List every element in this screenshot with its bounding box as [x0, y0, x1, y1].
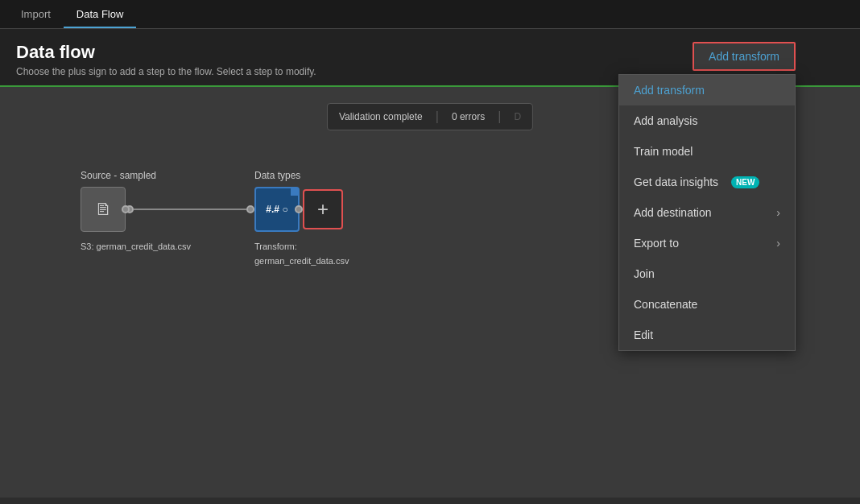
connector	[126, 205, 254, 213]
tab-import[interactable]: Import	[8, 2, 64, 28]
line-dot-right	[246, 205, 254, 213]
plus-icon: +	[317, 200, 329, 219]
divider: |	[498, 109, 501, 124]
source-sublabel: S3: german_credit_data.csv	[81, 242, 191, 251]
data-types-right-connector	[295, 205, 303, 213]
source-label: Source - sampled	[81, 170, 156, 181]
chevron-right-icon: ›	[776, 237, 780, 250]
data-types-label: Data types	[254, 170, 300, 181]
source-node-icon: 🖹	[95, 200, 111, 219]
node-badge-corner	[291, 188, 299, 196]
divider: |	[436, 109, 439, 124]
dropdown-item-add-destination[interactable]: Add destination ›	[619, 197, 795, 228]
validation-status: Validation complete	[339, 111, 423, 122]
source-node[interactable]: 🖹	[81, 187, 126, 232]
validation-extra: D	[514, 111, 521, 122]
dropdown-item-concatenate[interactable]: Concatenate	[619, 289, 795, 320]
tab-data-flow[interactable]: Data Flow	[64, 2, 137, 28]
add-step-node[interactable]: +	[303, 189, 343, 229]
dropdown-item-get-data-insights[interactable]: Get data insights NEW	[619, 167, 795, 197]
dropdown-menu: Add transform Add analysis Train model G…	[618, 74, 796, 351]
add-transform-button[interactable]: Add transform	[693, 42, 796, 71]
dropdown-item-train-model[interactable]: Train model	[619, 136, 795, 167]
dropdown-item-export-to[interactable]: Export to ›	[619, 228, 795, 258]
flow-line	[134, 209, 246, 210]
dropdown-item-add-analysis[interactable]: Add analysis	[619, 105, 795, 136]
dropdown-item-add-transform[interactable]: Add transform	[619, 75, 795, 105]
dropdown-item-join[interactable]: Join	[619, 258, 795, 289]
source-right-connector	[122, 205, 130, 213]
data-types-icon: #.# ○	[266, 204, 287, 215]
tab-bar: Import Data Flow	[0, 0, 860, 29]
validation-errors: 0 errors	[452, 111, 485, 122]
validation-bar: Validation complete | 0 errors | D	[327, 103, 533, 130]
page-header: Data flow Choose the plus sign to add a …	[0, 29, 860, 87]
dropdown-item-edit[interactable]: Edit	[619, 320, 795, 350]
data-types-node[interactable]: #.# ○	[254, 187, 300, 232]
transform-sublabel: Transform: german_credit_data.csv	[254, 242, 349, 266]
new-badge: NEW	[731, 176, 759, 188]
chevron-right-icon: ›	[776, 206, 780, 219]
